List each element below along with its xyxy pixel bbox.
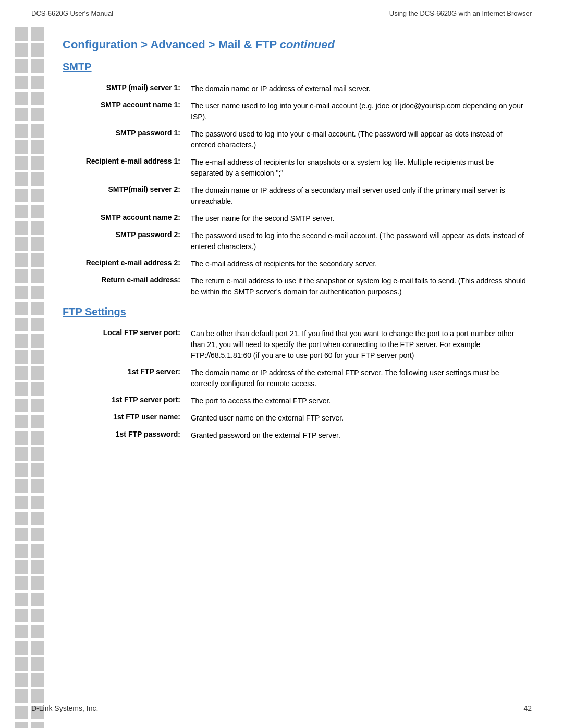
deco-square [15,657,28,671]
deco-row [15,318,44,331]
deco-square [31,609,44,622]
deco-square [31,496,44,509]
deco-square [31,286,44,299]
smtp-field-desc: The e-mail address of recipients for sna… [188,154,527,182]
deco-square [31,140,44,154]
deco-square [31,382,44,396]
smtp-field-table: SMTP (mail) server 1: The domain name or… [63,80,527,301]
deco-square [31,302,44,315]
deco-square [31,625,44,638]
deco-row [15,544,44,558]
smtp-field-row: SMTP(mail) server 2: The domain name or … [63,182,527,210]
deco-square [31,172,44,186]
deco-square [31,673,44,687]
footer-right: 42 [523,704,532,712]
deco-square [15,673,28,687]
deco-row [15,447,44,461]
deco-square [15,221,28,235]
deco-row [15,576,44,590]
deco-square [15,92,28,105]
smtp-field-row: Recipient e-mail address 1: The e-mail a… [63,154,527,182]
page-title: Configuration > Advanced > Mail & FTP co… [63,38,527,52]
deco-square [15,479,28,493]
deco-square [31,205,44,218]
deco-row [15,512,44,525]
smtp-field-row: SMTP password 1: The password used to lo… [63,126,527,154]
deco-square [31,108,44,121]
page-footer: D-Link Systems, Inc. 42 [31,704,532,712]
deco-row [15,43,44,57]
deco-square [15,463,28,477]
deco-square [31,512,44,525]
deco-square [15,189,28,202]
deco-row [15,399,44,412]
deco-square [15,156,28,170]
smtp-field-desc: The e-mail address of recipients for the… [188,255,527,273]
deco-square [15,59,28,73]
deco-square [15,302,28,315]
deco-square [15,318,28,331]
deco-square [31,528,44,541]
ftp-field-table: Local FTP server port: Can be other than… [63,325,527,444]
deco-row [15,108,44,121]
deco-row [15,593,44,606]
page-title-text: Configuration > Advanced > Mail & FTP co… [63,38,335,51]
deco-square [15,625,28,638]
ftp-field-row: 1st FTP server port: The port to access … [63,392,527,410]
ftp-field-label: 1st FTP password: [63,427,188,444]
ftp-field-row: 1st FTP user name: Granted user name on … [63,410,527,427]
deco-square [15,237,28,251]
deco-row [15,140,44,154]
ftp-field-label: Local FTP server port: [63,325,188,364]
smtp-field-row: SMTP (mail) server 1: The domain name or… [63,80,527,97]
deco-row [15,237,44,251]
ftp-field-row: Local FTP server port: Can be other than… [63,325,527,364]
deco-row [15,302,44,315]
deco-square [31,576,44,590]
smtp-field-desc: The password used to log into your e-mai… [188,126,527,154]
deco-square [31,350,44,364]
deco-square [15,496,28,509]
deco-row [15,479,44,493]
smtp-field-label: Recipient e-mail address 1: [63,154,188,182]
deco-square [15,172,28,186]
deco-row [15,496,44,509]
main-content: Configuration > Advanced > Mail & FTP co… [0,28,563,470]
header-right: Using the DCS-6620G with an Internet Bro… [389,9,532,17]
deco-square [31,76,44,89]
smtp-field-row: SMTP account name 1: The user name used … [63,97,527,126]
ftp-field-desc: Can be other than default port 21. If yo… [188,325,527,364]
ftp-field-desc: The domain name or IP address of the ext… [188,364,527,392]
deco-square [15,269,28,283]
deco-square [31,59,44,73]
deco-square [15,560,28,574]
ftp-field-row: 1st FTP password: Granted password on th… [63,427,527,444]
deco-square [15,609,28,622]
deco-square [31,269,44,283]
deco-row [15,205,44,218]
deco-row [15,463,44,477]
deco-row [15,189,44,202]
deco-row [15,269,44,283]
deco-row [15,382,44,396]
smtp-field-label: SMTP password 1: [63,126,188,154]
header-left: DCS-6620G User's Manual [31,9,113,17]
deco-square [31,237,44,251]
deco-row [15,722,44,728]
deco-row [15,59,44,73]
smtp-field-label: SMTP account name 1: [63,97,188,126]
deco-square [31,92,44,105]
deco-square [15,431,28,445]
deco-square [31,593,44,606]
deco-square [15,350,28,364]
ftp-field-label: 1st FTP server port: [63,392,188,410]
ftp-field-row: 1st FTP server: The domain name or IP ad… [63,364,527,392]
deco-row [15,350,44,364]
deco-row [15,366,44,380]
deco-square [31,722,44,728]
ftp-field-desc: Granted password on the external FTP ser… [188,427,527,444]
deco-row [15,253,44,267]
decorative-sidebar [15,27,44,728]
deco-square [15,447,28,461]
smtp-field-label: Recipient e-mail address 2: [63,255,188,273]
